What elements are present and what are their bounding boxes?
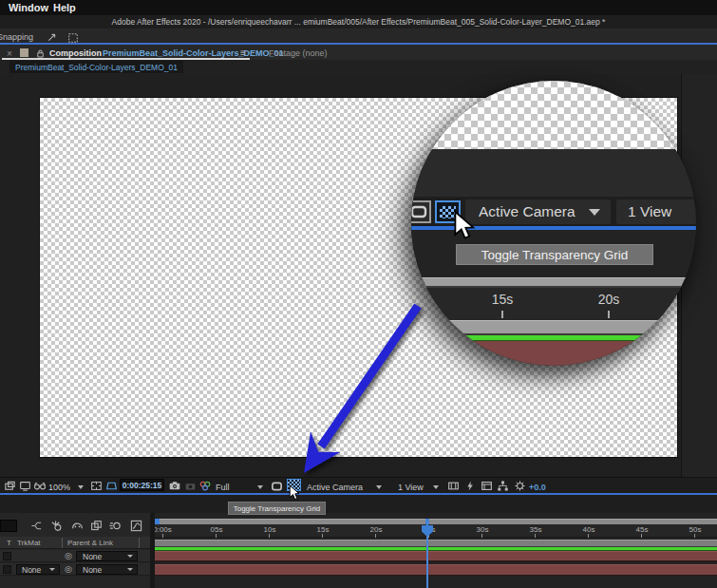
trkmat-dropdown[interactable]: None [16, 564, 60, 575]
magnified-navigator-bar [411, 277, 696, 288]
pixel-aspect-icon[interactable] [446, 480, 460, 492]
zoom-level-dropdown[interactable]: 100% [48, 483, 70, 492]
column-divider[interactable] [139, 538, 140, 548]
column-trkmat-label[interactable]: TrkMat [17, 539, 41, 547]
view-layout-value: 1 View [628, 203, 671, 220]
cursor-icon [289, 484, 301, 502]
time-ruler[interactable]: 0:00s 05s 10s 15s 20s 25s 30s 35s 40s 45… [155, 524, 717, 538]
exposure-value[interactable]: +0.0 [529, 483, 546, 492]
title-bar: Adobe After Effects 2020 - /Users/enriqu… [0, 15, 717, 28]
draft-3d-icon[interactable] [49, 520, 63, 532]
options-bar [0, 28, 717, 44]
chevron-down-icon[interactable] [257, 485, 263, 489]
composition-tab-name[interactable]: PremiumBeat_Solid-Color-Layers_DEMO_01 [103, 48, 284, 58]
chevron-down-icon [589, 209, 600, 216]
parent-dropdown[interactable]: None [76, 564, 138, 575]
ruler-label: 05s [200, 525, 233, 534]
ruler-label: 0:00s [155, 525, 179, 534]
parent-dropdown-value: None [83, 552, 102, 561]
safe-margins-icon[interactable] [89, 480, 103, 492]
tooltip: Toggle Transparency Grid [228, 502, 326, 515]
always-preview-icon[interactable] [3, 480, 16, 492]
ruler-label: 35s [519, 525, 552, 534]
magnified-time-ruler: 15s 20s [411, 288, 696, 320]
window-title: Adobe After Effects 2020 - /Users/enriqu… [112, 17, 606, 27]
ruler-label: 10s [254, 525, 286, 534]
monitor-icon[interactable] [18, 480, 31, 492]
mask-visibility-icon[interactable] [104, 480, 118, 492]
parent-dropdown[interactable]: None [76, 551, 138, 561]
layer-switch-box[interactable] [3, 565, 11, 574]
viewport-right-panel [681, 74, 717, 493]
annotation-arrow [275, 296, 446, 486]
ruler-label: 20s [360, 525, 392, 534]
ruler-label: 40s [573, 525, 605, 534]
column-parent-link-label[interactable]: Parent & Link [67, 539, 113, 547]
composition-tab-label[interactable]: Composition [49, 48, 102, 58]
mini-flowchart-icon[interactable] [29, 520, 43, 532]
parent-dropdown-value: None [83, 565, 102, 575]
menu-bar [0, 0, 717, 15]
footage-tab[interactable]: Footage (none) [269, 48, 328, 58]
ruler-label: 30s [466, 525, 499, 534]
column-t-label[interactable]: T [7, 539, 11, 547]
column-divider[interactable] [62, 538, 63, 548]
frame-blending-icon[interactable] [89, 520, 103, 532]
panel-thumbnail [20, 48, 28, 57]
snapshot-camera-icon[interactable] [167, 480, 181, 492]
shy-layers-icon[interactable] [70, 520, 84, 532]
flowchart-icon[interactable] [496, 480, 509, 492]
magnified-toolbar-gap [411, 149, 696, 197]
ruler-label: 45s [626, 525, 658, 534]
ruler-label: 50s [679, 525, 711, 534]
layer-duration-bar[interactable] [155, 551, 717, 562]
view-layout-dropdown[interactable]: 1 View [616, 199, 696, 224]
timeline-panel-icon[interactable] [480, 480, 493, 492]
panel-menu-icon[interactable]: ≡ [240, 47, 246, 58]
tooltip: Toggle Transparency Grid [456, 244, 653, 265]
menu-window[interactable]: Window [9, 2, 48, 13]
chevron-down-icon [49, 568, 55, 571]
show-channel-icon[interactable] [198, 480, 212, 492]
ruler-tick [501, 311, 503, 318]
snapping-label: Snapping [0, 32, 33, 42]
show-snapshot-icon[interactable] [183, 480, 197, 492]
ruler-label: 20s [592, 292, 626, 307]
viewer-tab-name: PremiumBeat_Solid-Color-Layers_DEMO_01 [15, 63, 178, 72]
ruler-label: 15s [307, 525, 339, 534]
chevron-down-icon [127, 568, 133, 571]
chevron-down-icon[interactable] [78, 485, 84, 489]
layer-duration-bar[interactable] [155, 564, 717, 576]
timeline-panel-top-gap [0, 495, 717, 513]
layer-switch-box[interactable] [3, 552, 11, 560]
chevron-down-icon [127, 555, 133, 558]
tooltip-text: Toggle Transparency Grid [481, 248, 629, 262]
reset-exposure-icon[interactable] [513, 480, 526, 492]
resolution-dropdown[interactable]: Full [216, 483, 230, 492]
timecode-value: 0:00:25:15 [123, 481, 162, 490]
tooltip-text: Toggle Transparency Grid [234, 504, 321, 513]
pickwhip-icon[interactable]: ◎ [65, 551, 72, 560]
magnifier-callout: Active Camera 1 View Toggle Transparency… [411, 81, 696, 366]
cursor-icon [453, 210, 478, 242]
menu-help[interactable]: Help [53, 2, 76, 13]
graph-editor-icon[interactable] [129, 520, 142, 532]
track-area: 0:00s 05s 10s 15s 20s 25s 30s 35s 40s 45… [155, 513, 717, 588]
ruler-tick [608, 311, 610, 318]
after-effects-window: Window Help Adobe After Effects 2020 - /… [0, 0, 717, 588]
viewer-tab[interactable]: PremiumBeat_Solid-Color-Layers_DEMO_01 [9, 61, 183, 73]
timeline-search-field[interactable] [0, 520, 17, 532]
region-of-interest-button[interactable] [411, 200, 431, 223]
motion-blur-icon[interactable] [108, 520, 122, 532]
timecode-box[interactable]: 0:00:25:15 [120, 479, 164, 491]
channel-glasses-icon[interactable] [32, 480, 47, 492]
fast-previews-icon[interactable] [463, 480, 477, 492]
pickwhip-icon[interactable]: ◎ [65, 564, 72, 574]
trkmat-dropdown-value: None [22, 565, 41, 575]
work-area-bar[interactable] [155, 540, 717, 547]
ruler-label: 15s [485, 292, 519, 307]
camera-view-dropdown[interactable]: Active Camera [465, 199, 611, 224]
camera-view-value: Active Camera [479, 203, 575, 220]
